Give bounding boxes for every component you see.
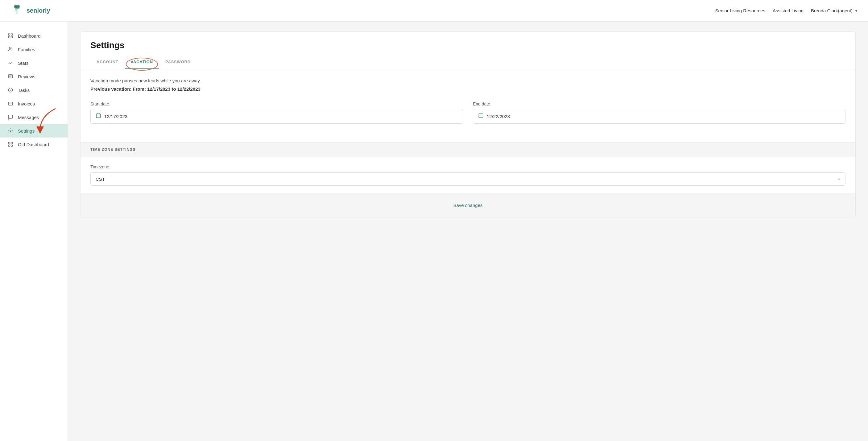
sidebar-label-families: Families bbox=[18, 47, 35, 52]
end-date-field: End date 12/22/2023 bbox=[473, 101, 845, 124]
vacation-section: Vacation mode pauses new leads while you… bbox=[81, 69, 855, 142]
sidebar-item-dashboard[interactable]: Dashboard bbox=[0, 29, 67, 42]
nav-assisted-living[interactable]: Assisted Living bbox=[773, 8, 804, 13]
timezone-select[interactable]: CST EST MST PST bbox=[90, 172, 845, 186]
chart-icon bbox=[7, 60, 13, 66]
sidebar-label-dashboard: Dashboard bbox=[18, 33, 40, 38]
svg-rect-2 bbox=[8, 36, 10, 38]
tab-vacation[interactable]: VACATION bbox=[125, 55, 159, 69]
svg-rect-16 bbox=[11, 145, 13, 147]
svg-rect-6 bbox=[8, 75, 13, 78]
svg-rect-17 bbox=[96, 114, 100, 118]
message-icon bbox=[7, 114, 13, 120]
start-date-label: Start date bbox=[90, 101, 463, 106]
main-content: Settings ACCOUNT VACATION PASSWORD Vacat… bbox=[68, 22, 868, 441]
sidebar-item-messages[interactable]: Messages bbox=[0, 111, 67, 124]
gear-icon bbox=[7, 128, 13, 134]
comment-icon bbox=[7, 73, 13, 80]
start-date-field: Start date 12/17/2023 bbox=[90, 101, 463, 124]
svg-rect-15 bbox=[8, 145, 10, 147]
sidebar-label-messages: Messages bbox=[18, 115, 39, 120]
date-row: Start date 12/17/2023 En bbox=[90, 101, 845, 124]
header-nav: Senior Living Resources Assisted Living … bbox=[715, 8, 858, 13]
svg-rect-14 bbox=[11, 142, 13, 144]
app-layout: Dashboard Families Stats bbox=[0, 0, 868, 441]
user-menu[interactable]: Brenda Clark(agent) ▼ bbox=[811, 8, 858, 13]
start-date-value: 12/17/2023 bbox=[104, 114, 127, 119]
header: seniorly Senior Living Resources Assiste… bbox=[0, 0, 868, 22]
timezone-body: Timezone CST EST MST PST bbox=[81, 157, 855, 193]
page-title: Settings bbox=[81, 32, 855, 50]
nav-senior-living[interactable]: Senior Living Resources bbox=[715, 8, 765, 13]
sidebar-item-stats[interactable]: Stats bbox=[0, 56, 67, 70]
sidebar-label-reviews: Reviews bbox=[18, 74, 35, 79]
svg-rect-21 bbox=[479, 114, 483, 118]
grid-icon bbox=[7, 33, 13, 39]
logo-icon bbox=[10, 4, 24, 18]
sidebar: Dashboard Families Stats bbox=[0, 22, 68, 441]
sidebar-item-reviews[interactable]: Reviews bbox=[0, 70, 67, 83]
sidebar-label-settings: Settings bbox=[18, 128, 35, 133]
start-date-input[interactable]: 12/17/2023 bbox=[90, 109, 463, 124]
logo-text: seniorly bbox=[27, 7, 50, 14]
grid2-icon bbox=[7, 141, 13, 148]
timezone-section: TIME ZONE SETTINGS Timezone CST EST MST … bbox=[81, 142, 855, 193]
svg-rect-3 bbox=[11, 36, 13, 38]
sidebar-item-invoices[interactable]: Invoices bbox=[0, 97, 67, 111]
svg-point-12 bbox=[10, 130, 11, 132]
end-date-value: 12/22/2023 bbox=[487, 114, 510, 119]
svg-point-4 bbox=[9, 48, 11, 49]
end-date-label: End date bbox=[473, 101, 845, 106]
vacation-previous: Previous vacation: From: 12/17/2023 to 1… bbox=[90, 86, 845, 92]
sidebar-label-invoices: Invoices bbox=[18, 101, 35, 106]
tab-password[interactable]: PASSWORD bbox=[159, 55, 197, 69]
svg-rect-1 bbox=[11, 34, 13, 35]
end-date-input[interactable]: 12/22/2023 bbox=[473, 109, 845, 124]
svg-rect-0 bbox=[8, 34, 10, 35]
timezone-label: Timezone bbox=[90, 164, 845, 169]
sidebar-label-old-dashboard: Old Dashboard bbox=[18, 142, 49, 147]
logo[interactable]: seniorly bbox=[10, 4, 50, 18]
vacation-description: Vacation mode pauses new leads while you… bbox=[90, 78, 845, 83]
circle-check-icon bbox=[7, 87, 13, 93]
tab-account[interactable]: ACCOUNT bbox=[90, 55, 125, 69]
dollar-icon bbox=[7, 100, 13, 107]
svg-rect-13 bbox=[8, 142, 10, 144]
sidebar-label-tasks: Tasks bbox=[18, 88, 30, 93]
settings-card: Settings ACCOUNT VACATION PASSWORD Vacat… bbox=[80, 31, 856, 217]
save-section: Save changes bbox=[81, 193, 855, 217]
save-button[interactable]: Save changes bbox=[90, 199, 845, 211]
sidebar-item-families[interactable]: Families bbox=[0, 42, 67, 56]
calendar-icon-start bbox=[96, 113, 101, 120]
sidebar-item-settings[interactable]: Settings bbox=[0, 124, 67, 137]
calendar-icon-end bbox=[478, 113, 484, 120]
sidebar-item-old-dashboard[interactable]: Old Dashboard bbox=[0, 137, 67, 151]
people-icon bbox=[7, 46, 13, 53]
sidebar-item-tasks[interactable]: Tasks bbox=[0, 83, 67, 97]
user-name: Brenda Clark(agent) bbox=[811, 8, 852, 13]
sidebar-label-stats: Stats bbox=[18, 60, 28, 66]
settings-tabs: ACCOUNT VACATION PASSWORD bbox=[81, 55, 855, 69]
svg-point-5 bbox=[11, 48, 12, 49]
dropdown-arrow-icon: ▼ bbox=[855, 9, 858, 13]
timezone-section-label: TIME ZONE SETTINGS bbox=[81, 143, 855, 157]
svg-rect-10 bbox=[8, 102, 13, 105]
